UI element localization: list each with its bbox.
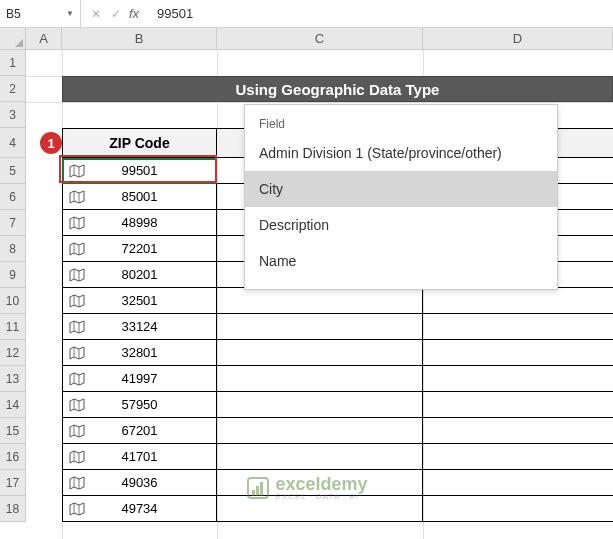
country-cell[interactable]	[423, 496, 613, 522]
row-header[interactable]: 9	[0, 262, 26, 288]
formula-bar: B5 ▼ ✕ ✓ fx 99501	[0, 0, 613, 28]
row-header[interactable]: 1	[0, 50, 26, 76]
city-cell[interactable]	[217, 418, 423, 444]
zip-cell[interactable]: 80201	[62, 262, 217, 288]
svg-rect-35	[255, 486, 258, 496]
select-all-corner[interactable]	[0, 28, 26, 50]
field-option-description[interactable]: Description	[245, 207, 557, 243]
svg-rect-36	[259, 482, 262, 496]
map-icon	[69, 268, 85, 282]
row-header[interactable]: 10	[0, 288, 26, 314]
table-row: 32501	[62, 288, 613, 314]
row-header[interactable]: 14	[0, 392, 26, 418]
row-header[interactable]: 15	[0, 418, 26, 444]
cancel-icon[interactable]: ✕	[87, 5, 105, 23]
row-header[interactable]: 16	[0, 444, 26, 470]
name-box[interactable]: B5 ▼	[0, 0, 81, 27]
row-header[interactable]: 4	[0, 128, 26, 158]
row-header[interactable]: 13	[0, 366, 26, 392]
field-option-city[interactable]: City	[245, 171, 557, 207]
zip-cell[interactable]: 72201	[62, 236, 217, 262]
watermark-icon	[245, 476, 269, 500]
zip-cell[interactable]: 48998	[62, 210, 217, 236]
row-header[interactable]: 11	[0, 314, 26, 340]
formula-value[interactable]: 99501	[145, 6, 193, 21]
country-cell[interactable]	[423, 470, 613, 496]
map-icon	[69, 346, 85, 360]
watermark-brand: exceldemy	[275, 475, 367, 493]
zip-cell[interactable]: 41701	[62, 444, 217, 470]
zip-cell[interactable]: 32501	[62, 288, 217, 314]
field-option-name[interactable]: Name	[245, 243, 557, 279]
row-headers: 1 2 3 4 5 6 7 8 9 10 11 12 13 14 15 16 1…	[0, 50, 26, 522]
zip-cell[interactable]: 32801	[62, 340, 217, 366]
table-row: 41701	[62, 444, 613, 470]
country-cell[interactable]	[423, 418, 613, 444]
city-cell[interactable]	[217, 392, 423, 418]
col-header-b[interactable]: B	[62, 28, 217, 50]
col-header-c[interactable]: C	[217, 28, 423, 50]
row-header[interactable]: 5	[0, 158, 26, 184]
confirm-icon[interactable]: ✓	[107, 5, 125, 23]
callout-badge-1: 1	[40, 132, 62, 154]
table-row: 33124	[62, 314, 613, 340]
zip-cell[interactable]: 99501	[62, 158, 217, 184]
zip-cell[interactable]: 85001	[62, 184, 217, 210]
field-picker-menu: Field Admin Division 1 (State/province/o…	[244, 104, 558, 290]
watermark: exceldemy EXCEL · DATA · BI	[245, 475, 367, 501]
map-icon	[69, 424, 85, 438]
map-icon	[69, 190, 85, 204]
row-header[interactable]: 7	[0, 210, 26, 236]
col-header-d[interactable]: D	[423, 28, 613, 50]
map-icon	[69, 242, 85, 256]
map-icon	[69, 476, 85, 490]
zip-cell[interactable]: 33124	[62, 314, 217, 340]
country-cell[interactable]	[423, 314, 613, 340]
map-icon	[69, 216, 85, 230]
field-option-admin[interactable]: Admin Division 1 (State/province/other)	[245, 135, 557, 171]
zip-cell[interactable]: 41997	[62, 366, 217, 392]
watermark-tag: EXCEL · DATA · BI	[275, 493, 367, 501]
map-icon	[69, 502, 85, 516]
zip-cell[interactable]: 49036	[62, 470, 217, 496]
city-cell[interactable]	[217, 444, 423, 470]
country-cell[interactable]	[423, 392, 613, 418]
map-icon	[69, 164, 85, 178]
table-row: 41997	[62, 366, 613, 392]
field-menu-header: Field	[245, 111, 557, 135]
row-header[interactable]: 18	[0, 496, 26, 522]
city-cell[interactable]	[217, 314, 423, 340]
fx-button[interactable]: fx	[129, 6, 139, 21]
country-cell[interactable]	[423, 444, 613, 470]
row-header[interactable]: 17	[0, 470, 26, 496]
page-title: Using Geographic Data Type	[62, 76, 613, 102]
zip-cell[interactable]: 49734	[62, 496, 217, 522]
map-icon	[69, 398, 85, 412]
table-row: 57950	[62, 392, 613, 418]
col-header-a[interactable]: A	[26, 28, 62, 50]
row-header[interactable]: 2	[0, 76, 26, 102]
cell-reference: B5	[6, 7, 62, 21]
zip-cell[interactable]: 67201	[62, 418, 217, 444]
table-row: 67201	[62, 418, 613, 444]
svg-rect-34	[251, 490, 254, 496]
map-icon	[69, 372, 85, 386]
header-zip: ZIP Code	[62, 128, 217, 158]
table-row: 32801	[62, 340, 613, 366]
row-header[interactable]: 6	[0, 184, 26, 210]
zip-cell[interactable]: 57950	[62, 392, 217, 418]
column-headers: A B C D	[26, 28, 613, 50]
map-icon	[69, 450, 85, 464]
country-cell[interactable]	[423, 340, 613, 366]
chevron-down-icon[interactable]: ▼	[66, 9, 74, 18]
map-icon	[69, 320, 85, 334]
row-header[interactable]: 8	[0, 236, 26, 262]
city-cell[interactable]	[217, 288, 423, 314]
city-cell[interactable]	[217, 366, 423, 392]
country-cell[interactable]	[423, 288, 613, 314]
map-icon	[69, 294, 85, 308]
row-header[interactable]: 12	[0, 340, 26, 366]
row-header[interactable]: 3	[0, 102, 26, 128]
city-cell[interactable]	[217, 340, 423, 366]
country-cell[interactable]	[423, 366, 613, 392]
